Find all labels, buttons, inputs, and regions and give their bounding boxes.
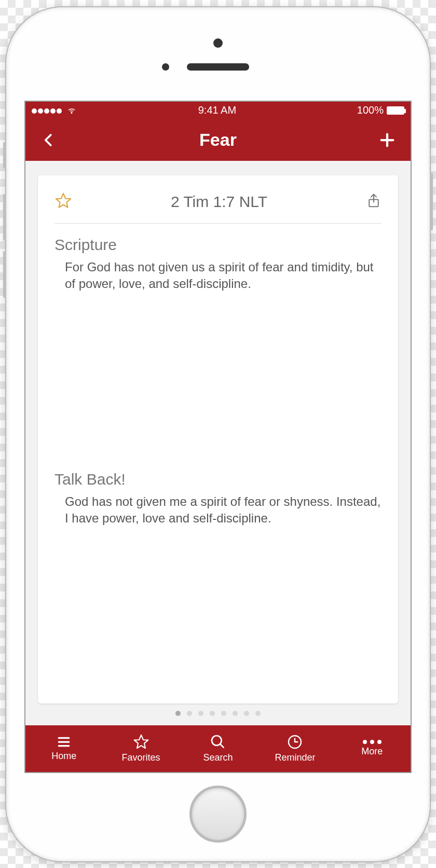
talkback-heading: Talk Back!	[55, 471, 382, 488]
pager-dot	[175, 711, 181, 716]
talkback-section: Talk Back! God has not given me a spirit…	[55, 471, 382, 527]
tab-home[interactable]: Home	[25, 725, 102, 772]
home-button[interactable]	[189, 786, 247, 843]
tab-label: Search	[203, 752, 233, 763]
star-icon	[133, 734, 149, 750]
tab-search[interactable]: Search	[180, 725, 256, 772]
screen: 9:41 AM 100% Fear 2 Tim	[24, 101, 412, 773]
pager-dot	[187, 711, 192, 716]
tab-label: More	[361, 746, 383, 757]
phone-frame: 9:41 AM 100% Fear 2 Tim	[5, 6, 431, 862]
status-battery-pct: 100%	[357, 104, 384, 116]
tab-more[interactable]: More	[334, 725, 411, 772]
tab-label: Favorites	[122, 752, 160, 763]
scripture-text: For God has not given us a spirit of fea…	[55, 259, 382, 293]
page-title: Fear	[60, 130, 376, 150]
status-bar: 9:41 AM 100%	[25, 102, 411, 119]
tab-bar: Home Favorites Search Reminder More	[25, 725, 411, 772]
share-button[interactable]	[366, 192, 382, 212]
clock-icon	[287, 734, 303, 750]
pager-dot	[198, 711, 203, 716]
nav-bar: Fear	[25, 119, 411, 161]
card-header: 2 Tim 1:7 NLT	[55, 192, 382, 224]
pager-dot	[233, 711, 238, 716]
pager-dot	[210, 711, 215, 716]
tab-favorites[interactable]: Favorites	[102, 725, 179, 772]
tab-reminder[interactable]: Reminder	[256, 725, 333, 772]
pager-dot	[221, 711, 226, 716]
menu-icon	[55, 735, 73, 749]
device-side-button	[430, 173, 433, 230]
status-time: 9:41 AM	[198, 104, 236, 116]
svg-marker-8	[134, 735, 148, 748]
wifi-icon	[66, 106, 77, 115]
device-side-button	[3, 142, 6, 168]
chevron-left-icon	[41, 129, 57, 151]
tab-label: Reminder	[275, 752, 315, 763]
add-button[interactable]	[376, 131, 398, 149]
scripture-heading: Scripture	[55, 236, 382, 254]
device-camera	[213, 38, 223, 48]
svg-marker-3	[56, 193, 71, 207]
device-side-button	[3, 194, 6, 241]
pager-dot	[244, 711, 249, 716]
scripture-section: Scripture For God has not given us a spi…	[55, 236, 382, 293]
content-area: 2 Tim 1:7 NLT Scripture For God has not …	[25, 161, 411, 725]
verse-card: 2 Tim 1:7 NLT Scripture For God has not …	[38, 175, 398, 704]
more-icon	[363, 740, 382, 744]
verse-reference: 2 Tim 1:7 NLT	[72, 193, 366, 211]
pager-dot	[255, 711, 261, 716]
page-indicator[interactable]	[38, 704, 398, 719]
favorite-button[interactable]	[55, 192, 72, 212]
search-icon	[210, 734, 226, 750]
share-icon	[366, 192, 382, 210]
plus-icon	[378, 131, 396, 149]
tab-label: Home	[51, 751, 76, 762]
svg-point-0	[71, 112, 72, 113]
talkback-text: God has not given me a spirit of fear or…	[55, 493, 382, 527]
signal-dots-icon	[32, 104, 63, 116]
star-icon	[55, 192, 72, 210]
svg-line-10	[220, 744, 224, 748]
device-speaker	[187, 63, 249, 71]
battery-icon	[387, 106, 404, 115]
device-side-button	[3, 251, 6, 298]
device-sensor	[162, 63, 169, 71]
back-button[interactable]	[38, 129, 60, 151]
